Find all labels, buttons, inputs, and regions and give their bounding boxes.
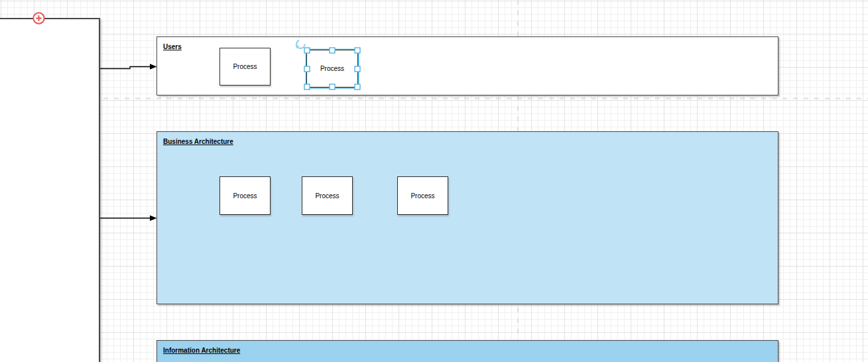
- diagram-canvas[interactable]: Users Process Process Business Architect…: [0, 0, 868, 362]
- selection-handle-bottom-right[interactable]: [355, 84, 361, 90]
- left-container-shape[interactable]: [0, 18, 100, 362]
- arrowhead-icon: [150, 64, 157, 69]
- process-label: Process: [410, 192, 434, 200]
- arrowhead-icon: [150, 215, 157, 221]
- add-connection-plus-icon[interactable]: [32, 11, 46, 25]
- process-label: Process: [233, 192, 257, 200]
- selection-handle-top-left[interactable]: [304, 48, 310, 54]
- process-shape[interactable]: Process: [219, 48, 271, 86]
- selection-handle-bottom-left[interactable]: [304, 84, 310, 90]
- process-label: Process: [315, 192, 339, 200]
- process-shape[interactable]: Process: [219, 176, 271, 215]
- process-shape-selected[interactable]: Process: [306, 50, 358, 88]
- connector-to-users[interactable]: [100, 64, 157, 69]
- lane-information-label: Information Architecture: [163, 347, 240, 354]
- selection-handle-top-middle[interactable]: [330, 48, 336, 54]
- selection-handle-middle-left[interactable]: [304, 66, 310, 72]
- selection-handle-top-right[interactable]: [355, 48, 361, 54]
- lane-users-label: Users: [163, 43, 182, 50]
- selection-handle-middle-right[interactable]: [355, 66, 361, 72]
- process-shape[interactable]: Process: [302, 176, 353, 215]
- selection-handle-bottom-middle[interactable]: [330, 84, 336, 90]
- lane-information-architecture[interactable]: Information Architecture: [156, 340, 778, 362]
- lane-business-architecture[interactable]: Business Architecture Process Process Pr…: [156, 131, 778, 304]
- connector-to-business[interactable]: [100, 215, 157, 221]
- process-label: Process: [320, 65, 344, 72]
- lane-users[interactable]: Users Process Process: [156, 36, 778, 95]
- process-shape[interactable]: Process: [397, 176, 448, 215]
- lane-business-label: Business Architecture: [163, 138, 233, 145]
- process-label: Process: [233, 63, 257, 70]
